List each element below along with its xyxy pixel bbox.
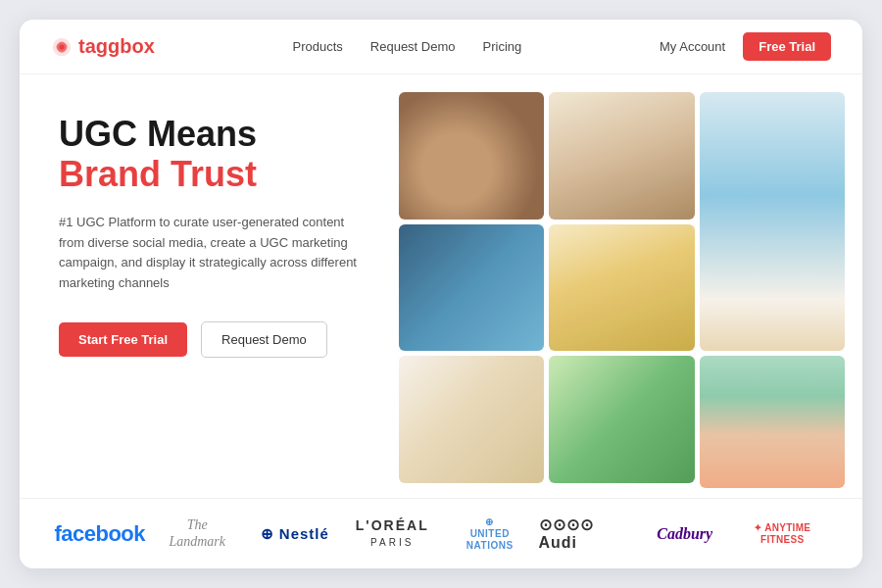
svg-point-1 xyxy=(59,44,65,50)
audi-logo: ⊙⊙⊙⊙ Audi xyxy=(539,515,637,552)
hero-buttons: Start Free Trial Request Demo xyxy=(59,321,368,358)
navbar: taggbox Products Request Demo Pricing My… xyxy=(20,20,862,74)
start-free-trial-button[interactable]: Start Free Trial xyxy=(59,322,187,357)
brands-bar: facebook TheLandmark ⊕ Nestlé L'ORÉALPAR… xyxy=(20,498,862,568)
hero-image-grid xyxy=(399,74,862,498)
brand-nestle: ⊕ Nestlé xyxy=(246,525,344,543)
grid-image-7 xyxy=(549,356,694,483)
grid-image-5 xyxy=(549,224,694,352)
my-account-link[interactable]: My Account xyxy=(660,39,725,54)
grid-image-4 xyxy=(399,224,544,352)
grid-image-1 xyxy=(399,92,544,220)
loreal-logo: L'ORÉALPARIS xyxy=(356,518,429,549)
nav-right: My Account Free Trial xyxy=(660,32,831,61)
grid-image-2 xyxy=(549,92,694,220)
logo-text: taggbox xyxy=(78,35,155,58)
landmark-logo: TheLandmark xyxy=(169,517,225,551)
grid-image-3 xyxy=(700,92,845,351)
hero-title-line2: Brand Trust xyxy=(59,154,257,194)
facebook-logo: facebook xyxy=(54,521,145,547)
brand-anytime-fitness: ✦ ANYTIMEFITNESS xyxy=(734,522,832,546)
anytime-fitness-logo: ✦ ANYTIMEFITNESS xyxy=(754,522,810,546)
brand-audi: ⊙⊙⊙⊙ Audi xyxy=(539,515,637,552)
brand-landmark: TheLandmark xyxy=(149,517,247,551)
grid-image-8 xyxy=(700,356,845,488)
brand-loreal: L'ORÉALPARIS xyxy=(344,518,442,549)
cadbury-logo: Cadbury xyxy=(657,525,712,543)
hero-description: #1 UGC Platform to curate user-generated… xyxy=(59,213,368,294)
brand-facebook: facebook xyxy=(51,521,149,547)
grid-image-6 xyxy=(399,356,544,483)
nav-request-demo[interactable]: Request Demo xyxy=(370,39,456,54)
free-trial-nav-button[interactable]: Free Trial xyxy=(743,32,831,61)
logo-icon xyxy=(51,36,73,58)
hero-title: UGC Means Brand Trust xyxy=(59,114,368,195)
logo[interactable]: taggbox xyxy=(51,35,155,58)
nav-pricing[interactable]: Pricing xyxy=(483,39,522,54)
un-logo: ⊕UNITEDNATIONS xyxy=(466,516,514,552)
hero-left: UGC Means Brand Trust #1 UGC Platform to… xyxy=(20,74,399,498)
request-demo-button[interactable]: Request Demo xyxy=(201,321,327,358)
nestle-logo: ⊕ Nestlé xyxy=(261,525,329,543)
nav-links: Products Request Demo Pricing xyxy=(293,39,522,54)
hero-title-line1: UGC Means xyxy=(59,114,257,154)
main-content: UGC Means Brand Trust #1 UGC Platform to… xyxy=(20,74,862,498)
nav-products[interactable]: Products xyxy=(293,39,343,54)
main-card: taggbox Products Request Demo Pricing My… xyxy=(20,20,862,568)
brand-un: ⊕UNITEDNATIONS xyxy=(441,516,539,552)
brand-cadbury: Cadbury xyxy=(636,525,734,543)
